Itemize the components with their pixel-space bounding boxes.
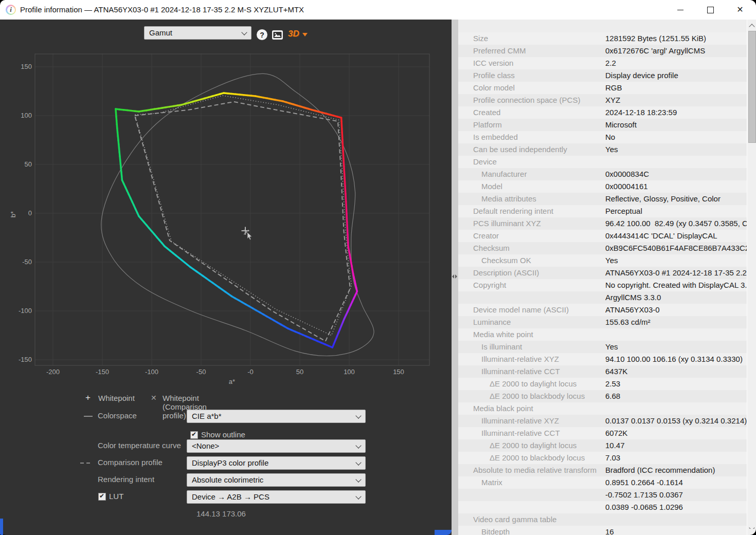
property-row: Can be used independentlyYes — [458, 143, 747, 156]
y-tick-label: 100 — [21, 112, 32, 119]
property-label: ΔE 2000 to daylight locus — [490, 439, 577, 452]
property-row: ΔE 2000 to daylight locus10.47 — [458, 439, 747, 452]
save-image-icon[interactable] — [272, 30, 283, 42]
help-icon[interactable]: ? — [257, 29, 267, 40]
property-label: Size — [473, 32, 488, 45]
property-value: 10.47 — [605, 439, 625, 452]
property-label: Is illuminant — [481, 341, 522, 353]
property-label: Is embedded — [473, 131, 518, 143]
property-label: Default rendering intent — [473, 205, 553, 217]
property-row: Illuminant-relative XYZ0.0137 0.0137 0.0… — [458, 415, 747, 427]
property-value: 6437K — [605, 365, 627, 378]
property-value: 1281592 Bytes (1251.55 KiB) — [605, 32, 706, 45]
show-outline-label: Show outline — [201, 430, 245, 439]
property-label: Device — [473, 156, 497, 168]
view-dropdown[interactable]: Gamut — [144, 26, 251, 40]
y-tick-label: -150 — [19, 356, 32, 363]
property-label: Profile connection space (PCS) — [473, 94, 580, 106]
property-value: 94.10 100.00 106.16 (xy 0.3134 0.3330) — [605, 353, 743, 365]
color-temperature-curve-label: Color temperature curve — [98, 441, 181, 450]
property-row: 0.0389 -0.0685 1.0296 — [458, 501, 747, 513]
property-row: Description (ASCII)ATNA56YX03-0 #1 2024-… — [458, 267, 747, 279]
property-value: 0x0000834C — [605, 168, 649, 180]
comparison-profile-dropdown[interactable]: DisplayP3 color profile — [187, 456, 366, 470]
property-label: Illuminant-relative CCT — [481, 427, 560, 439]
property-row: Default rendering intentPerceptual — [458, 205, 747, 217]
scroll-up-button[interactable] — [747, 21, 756, 31]
property-label: Illuminant-relative XYZ — [481, 415, 559, 427]
whitepoint-plus-icon: + — [85, 393, 91, 403]
property-value: 0.0389 -0.0685 1.0296 — [605, 501, 683, 513]
property-label: Media attributes — [481, 193, 536, 205]
property-label: Creator — [473, 230, 499, 242]
plot-border — [35, 54, 429, 365]
property-row: ΔE 2000 to blackbody locus7.03 — [458, 452, 747, 464]
chevron-down-icon — [355, 413, 361, 418]
comparison-gamut-dotted — [135, 96, 351, 335]
lut-checkbox[interactable] — [98, 493, 106, 501]
property-row: Device model name (ASCII)ATNA56YX03-0 — [458, 304, 747, 316]
property-row: Size1281592 Bytes (1251.55 KiB) — [458, 32, 747, 45]
property-value: Display device profile — [605, 69, 678, 82]
x-tick-label: -150 — [96, 368, 109, 376]
property-value: 7.03 — [605, 452, 620, 464]
whitepoint-cross-icon: ✕ — [151, 394, 157, 402]
x-tick-label: 150 — [393, 368, 404, 376]
property-label: ΔE 2000 to blackbody locus — [490, 390, 585, 402]
property-label: Model — [481, 180, 502, 193]
property-label: Description (ASCII) — [473, 267, 539, 279]
lut-table-dropdown[interactable]: Device → A2B → PCS — [187, 490, 366, 504]
y-tick-label: -100 — [19, 307, 32, 315]
property-value: No — [605, 131, 615, 143]
property-row: Manufacturer0x0000834C — [458, 168, 747, 180]
property-value: ATNA56YX03-0 #1 2024-12-18 17-35 2.2 — [605, 267, 747, 279]
property-row: ΔE 2000 to daylight locus2.53 — [458, 378, 747, 390]
3d-view-button[interactable]: 3D — [288, 29, 308, 39]
property-value: Reflective, Glossy, Positive, Color — [605, 193, 721, 205]
colorspace-dropdown[interactable]: CIE a*b* — [187, 410, 366, 423]
x-tick-label: -0 — [247, 368, 254, 376]
property-label: Video card gamma table — [473, 513, 556, 526]
vertical-scrollbar[interactable] — [747, 20, 756, 535]
property-row: PCS illuminant XYZ96.42 100.00 82.49 (xy… — [458, 217, 747, 230]
scrollbar-thumb[interactable] — [748, 31, 756, 143]
property-value: 0.8951 0.2664 -0.1614 — [605, 476, 683, 489]
property-label: Absolute to media relative transform — [473, 464, 597, 476]
property-label: Created — [473, 106, 500, 119]
property-value: Yes — [605, 143, 618, 156]
maximize-button[interactable] — [698, 0, 722, 20]
property-label: Illuminant-relative CCT — [481, 365, 560, 378]
panel-splitter[interactable] — [452, 20, 458, 535]
profile-gamut-line — [116, 109, 116, 113]
property-label: Media black point — [473, 402, 533, 415]
property-value: 6072K — [605, 427, 627, 439]
property-row: Video card gamma table — [458, 513, 747, 526]
show-outline-checkbox[interactable] — [190, 431, 198, 439]
chevron-down-icon — [355, 442, 361, 448]
property-row: Preferred CMM0x6172676C 'argl' ArgyllCMS — [458, 45, 747, 57]
background-window-sliver — [435, 530, 452, 535]
property-value: 155.63 cd/m² — [605, 316, 651, 328]
property-row: Checksum OKYes — [458, 254, 747, 267]
property-row: Checksum0xB9C6FC540B61F4AF8CE86B7A433C24… — [458, 242, 747, 254]
image-icon — [272, 30, 283, 40]
dashed-line-icon — [80, 463, 84, 464]
property-value: 0.0137 0.0137 0.0153 (xy 0.3214 0.3214) — [605, 415, 747, 427]
property-label: Media white point — [473, 328, 533, 341]
rendering-intent-dropdown[interactable]: Absolute colorimetric — [187, 473, 366, 487]
property-value: 2024-12-18 18:23:59 — [605, 106, 677, 119]
minimize-button[interactable] — [669, 0, 692, 20]
property-row: ICC version2.2 — [458, 57, 747, 69]
y-tick-label: 50 — [25, 160, 32, 168]
profile-properties-panel[interactable]: Size1281592 Bytes (1251.55 KiB)Preferred… — [458, 20, 747, 535]
property-row: ArgyllCMS 3.3.0 — [458, 291, 747, 304]
property-label: ICC version — [473, 57, 513, 69]
property-label: Platform — [473, 119, 502, 131]
chevron-down-icon — [355, 459, 361, 465]
property-row: Illuminant-relative CCT6437K — [458, 365, 747, 378]
color-temperature-curve-dropdown[interactable]: <None> — [187, 439, 366, 453]
y-axis-title: b* — [9, 211, 17, 217]
property-label: Copyright — [473, 279, 506, 291]
property-label: ΔE 2000 to blackbody locus — [490, 452, 585, 464]
dropdown-arrow-icon — [302, 33, 308, 36]
